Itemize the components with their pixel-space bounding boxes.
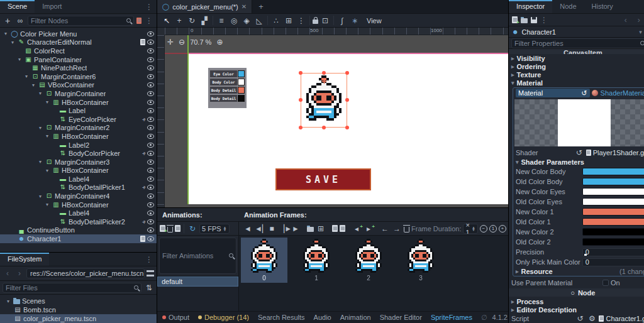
play-current-icon[interactable]: ▕► [279, 224, 289, 234]
only-pick-input[interactable]: 0 ▲▼ [582, 258, 644, 266]
visibility-eye-icon[interactable] [147, 227, 154, 233]
fs-path[interactable]: res://Scenes/color_picker_menu.tscn [26, 268, 145, 278]
select-tool-icon[interactable]: ↖ [161, 16, 172, 26]
fps-input[interactable]: 5 FPS▲▼ [199, 224, 230, 234]
tree-item-bodycolorpicker[interactable]: ⇅BodyColorPicker» [0, 149, 157, 158]
material-property[interactable]: Material ↺ [516, 89, 590, 97]
script-options-icon[interactable]: ⚙ [587, 314, 597, 323]
tree-item-eyecolorpicker[interactable]: ⇅EyeColorPicker» [0, 115, 157, 124]
delete-animation-icon[interactable] [167, 227, 173, 233]
move-left-icon[interactable]: ← [380, 224, 390, 234]
visibility-eye-icon[interactable] [147, 100, 154, 105]
filter-animations-input[interactable]: Filter Animations [159, 238, 236, 274]
twist-icon[interactable]: ▾ [44, 202, 50, 207]
visibility-eye-icon[interactable] [147, 211, 154, 216]
handle-sw[interactable] [299, 126, 303, 129]
pan-tool-icon[interactable]: ◈ [241, 16, 252, 26]
twist-icon[interactable]: ▾ [37, 159, 43, 165]
handle-n[interactable] [322, 71, 326, 75]
param-color-swatch[interactable] [582, 238, 644, 246]
revert-icon[interactable]: ↺ [574, 148, 584, 158]
frame-0[interactable]: 0 [241, 238, 287, 283]
material-preview[interactable] [514, 99, 644, 146]
script-attached-icon[interactable] [140, 39, 145, 45]
tree-item-panelcontainer[interactable]: ▾▣PanelContainer [0, 55, 157, 64]
tree-item-bodydetailpicker1[interactable]: ⇅BodyDetailPicker1» [0, 183, 157, 192]
fs-sort-icon[interactable]: ⇅ [144, 283, 154, 293]
twist-icon[interactable]: ▾ [9, 40, 16, 45]
twist-icon[interactable]: ▾ [16, 57, 23, 62]
filter-nodes-input[interactable]: Filter Nodes [28, 16, 134, 26]
tree-item-bodydetailpicker2[interactable]: ⇅BodyDetailPicker2» [0, 217, 157, 226]
visibility-eye-icon[interactable] [147, 151, 154, 156]
visibility-eye-icon[interactable] [147, 219, 154, 224]
tab-filesystem[interactable]: FileSystem [0, 253, 49, 266]
tree-item-label4[interactable]: ▬Label4 [0, 209, 157, 217]
visibility-eye-icon[interactable] [147, 168, 154, 173]
param-color-swatch[interactable] [582, 198, 644, 205]
scene-tree-menu-icon[interactable]: ⋮ [144, 16, 154, 25]
lock-icon[interactable] [313, 19, 318, 24]
section-ordering[interactable]: ▸Ordering [509, 62, 644, 70]
section-material[interactable]: ▾Material [509, 79, 644, 87]
visibility-eye-icon[interactable] [147, 134, 154, 139]
bottom-panel-audio[interactable]: Audio [314, 314, 331, 321]
add-animation-icon[interactable]: + [160, 225, 165, 232]
tree-item-color-picker-menu[interactable]: ▾◯Color Picker Menu [0, 30, 157, 38]
section-visibility[interactable]: ▸Visibility [509, 54, 644, 62]
zoom-out-button[interactable]: − [480, 225, 487, 233]
tab-inspector[interactable]: Inspector [509, 0, 552, 13]
notifications-icon[interactable]: ∅ [481, 314, 487, 322]
tree-item-margincontainer6[interactable]: ▾⊡MarginContainer6 [0, 72, 157, 81]
ruler-tool-icon[interactable]: ◺ [253, 16, 265, 26]
material-value[interactable]: ShaderMaterial ▾ [592, 89, 644, 97]
animation-item-default[interactable]: default [157, 276, 238, 287]
list-select-icon[interactable]: ≡ [216, 16, 227, 26]
frame-3[interactable]: 3 [397, 238, 444, 283]
zoom-percent[interactable]: 70.7 % [190, 38, 211, 46]
play-icon[interactable]: ► [291, 224, 301, 234]
param-color-swatch[interactable] [582, 208, 644, 216]
tree-item-hboxcontainer[interactable]: ▾▥HBoxContainer [0, 200, 157, 209]
save-button[interactable]: SAVE [275, 168, 371, 190]
resource-extra-icon[interactable]: ⋮ [540, 16, 548, 25]
handle-e[interactable] [345, 98, 349, 102]
pivot-tool-icon[interactable]: ◎ [228, 16, 240, 26]
history-back-icon[interactable]: ‹ [621, 15, 631, 25]
color-swatch[interactable] [238, 70, 245, 77]
new-resource-icon[interactable]: + [512, 16, 518, 23]
color-swatch[interactable] [238, 79, 245, 85]
loop-icon[interactable]: ↻ [187, 224, 197, 234]
handle-s[interactable] [322, 126, 326, 129]
tab-import[interactable]: Import [35, 0, 69, 13]
bottom-panel-shader-editor[interactable]: Shader Editor [380, 314, 422, 321]
snap-options-icon[interactable]: ⋮ [296, 16, 307, 26]
tree-item-charactereditnormal[interactable]: ▾✎CharacterEditNormal [0, 38, 157, 47]
fs-item-scenes[interactable]: ▾Scenes [0, 297, 157, 305]
fs-display-mode-icon[interactable] [147, 270, 154, 276]
group-icon[interactable]: ⊡ [319, 16, 331, 26]
twist-icon[interactable]: ▾ [30, 82, 36, 88]
color-swatch[interactable] [238, 95, 245, 102]
tree-item-hboxcontainer[interactable]: ▾▥HBoxContainer [0, 98, 157, 107]
frame-1[interactable]: 1 [293, 238, 340, 283]
view-menu[interactable]: View [362, 16, 387, 26]
paste-frame-icon[interactable] [340, 225, 345, 232]
signal-connected-icon[interactable]: » [140, 219, 147, 225]
grid-snap-icon[interactable]: ⊞ [283, 16, 294, 26]
tree-item-hboxcontainer[interactable]: ▾▥HBoxContainer [0, 167, 157, 175]
visibility-eye-icon[interactable] [147, 91, 154, 96]
visibility-eye-icon[interactable] [147, 236, 154, 241]
play-backwards-current-icon[interactable]: ◄▏ [255, 224, 265, 234]
canvas-viewport[interactable]: 05001000 ✛ ⊖ 70.7 % ⊕ Eye ColorBody Colo… [157, 28, 508, 207]
fs-forward-icon[interactable]: › [14, 268, 25, 278]
scene-dock-menu-icon[interactable]: ⋮ [142, 0, 157, 13]
filesystem-menu-icon[interactable]: ⋮ [142, 253, 157, 266]
add-node-icon[interactable]: + [3, 16, 13, 26]
insert-after-icon[interactable]: ▸+ [364, 224, 374, 234]
tree-item-margincontainer3[interactable]: ▾⊡MarginContainer3 [0, 158, 157, 167]
tree-item-continuebutton[interactable]: ▄ContinueButton [0, 226, 157, 235]
move-tool-icon[interactable]: + [174, 16, 185, 26]
bottom-panel-search-results[interactable]: Search Results [258, 314, 305, 321]
history-forward-icon[interactable]: › [634, 15, 644, 25]
